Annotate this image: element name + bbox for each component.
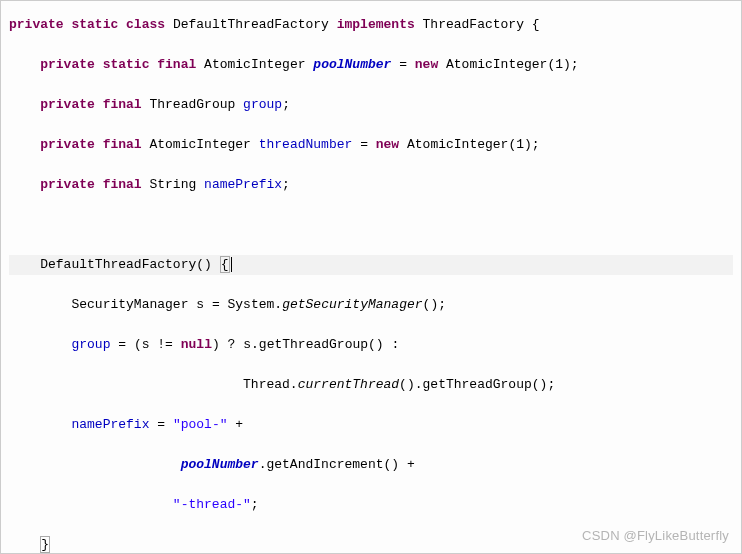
keyword-final: final xyxy=(157,57,196,72)
punct: ) xyxy=(212,337,220,352)
class-name: System xyxy=(228,297,275,312)
code-block: private static class DefaultThreadFactor… xyxy=(9,15,733,554)
code-line: private final ThreadGroup group; xyxy=(9,95,733,115)
keyword-final: final xyxy=(103,97,142,112)
punct: ) xyxy=(391,457,399,472)
var-s: s xyxy=(196,297,204,312)
keyword-private: private xyxy=(40,57,95,72)
brace-highlight: { xyxy=(220,256,230,273)
punct: ; xyxy=(282,97,290,112)
punct: : xyxy=(391,337,399,352)
var-s: s xyxy=(243,337,251,352)
keyword-static: static xyxy=(71,17,118,32)
class-name: String xyxy=(149,177,196,192)
punct: ; xyxy=(282,177,290,192)
field-poolNumber: poolNumber xyxy=(313,57,391,72)
code-line: private final AtomicInteger threadNumber… xyxy=(9,135,733,155)
punct: ( xyxy=(134,337,142,352)
punct: = xyxy=(212,297,220,312)
field-namePrefix: namePrefix xyxy=(204,177,282,192)
punct: . xyxy=(415,377,423,392)
number-literal: 1 xyxy=(516,137,524,152)
keyword-private: private xyxy=(9,17,64,32)
punct: ; xyxy=(547,377,555,392)
method-call: getAndIncrement xyxy=(266,457,383,472)
field-poolNumber: poolNumber xyxy=(181,457,259,472)
punct: ) xyxy=(524,137,532,152)
punct: ) xyxy=(204,257,212,272)
number-literal: 1 xyxy=(555,57,563,72)
punct: ) xyxy=(407,377,415,392)
punct: ; xyxy=(251,497,259,512)
class-name: Thread xyxy=(243,377,290,392)
punct: = xyxy=(399,57,407,72)
keyword-new: new xyxy=(415,57,438,72)
method-call: currentThread xyxy=(298,377,399,392)
punct: . xyxy=(251,337,259,352)
punct: ( xyxy=(399,377,407,392)
keyword-private: private xyxy=(40,137,95,152)
code-line-highlight: DefaultThreadFactory() { xyxy=(9,255,733,275)
keyword-private: private xyxy=(40,97,95,112)
punct: ; xyxy=(532,137,540,152)
punct: { xyxy=(532,17,540,32)
string-literal: "pool-" xyxy=(173,417,228,432)
keyword-null: null xyxy=(181,337,212,352)
keyword-static: static xyxy=(103,57,150,72)
keyword-new: new xyxy=(376,137,399,152)
code-line: private static final AtomicInteger poolN… xyxy=(9,55,733,75)
class-name: AtomicInteger xyxy=(446,57,547,72)
punct: ? xyxy=(228,337,236,352)
class-name: SecurityManager xyxy=(71,297,188,312)
punct: + xyxy=(407,457,415,472)
punct: ; xyxy=(438,297,446,312)
punct: + xyxy=(235,417,243,432)
code-line: poolNumber.getAndIncrement() + xyxy=(9,455,733,475)
punct: = xyxy=(118,337,126,352)
punct: = xyxy=(157,417,165,432)
code-line: namePrefix = "pool-" + xyxy=(9,415,733,435)
punct: ) xyxy=(563,57,571,72)
method-call: getThreadGroup xyxy=(259,337,368,352)
keyword-private: private xyxy=(40,177,95,192)
watermark-text: CSDN @FlyLikeButterfly xyxy=(582,528,729,543)
field-group: group xyxy=(243,97,282,112)
class-name: AtomicInteger xyxy=(204,57,305,72)
class-name: ThreadGroup xyxy=(149,97,235,112)
constructor-name: DefaultThreadFactory xyxy=(40,257,196,272)
class-name: AtomicInteger xyxy=(407,137,508,152)
field-namePrefix: namePrefix xyxy=(71,417,149,432)
punct: . xyxy=(290,377,298,392)
field-group: group xyxy=(71,337,110,352)
punct: ) xyxy=(376,337,384,352)
punct: . xyxy=(274,297,282,312)
keyword-class: class xyxy=(126,17,165,32)
var-s: s xyxy=(142,337,150,352)
keyword-final: final xyxy=(103,137,142,152)
code-line: "-thread-"; xyxy=(9,495,733,515)
code-line: group = (s != null) ? s.getThreadGroup()… xyxy=(9,335,733,355)
class-name: AtomicInteger xyxy=(149,137,250,152)
punct: ; xyxy=(571,57,579,72)
punct: ( xyxy=(368,337,376,352)
punct: ( xyxy=(532,377,540,392)
field-threadNumber: threadNumber xyxy=(259,137,353,152)
code-screenshot-frame: private static class DefaultThreadFactor… xyxy=(0,0,742,554)
code-line: Thread.currentThread().getThreadGroup(); xyxy=(9,375,733,395)
keyword-final: final xyxy=(103,177,142,192)
code-line: SecurityManager s = System.getSecurityMa… xyxy=(9,295,733,315)
method-call: getSecurityManager xyxy=(282,297,422,312)
class-name: ThreadFactory xyxy=(423,17,524,32)
class-name: DefaultThreadFactory xyxy=(173,17,329,32)
string-literal: "-thread-" xyxy=(173,497,251,512)
cursor-caret xyxy=(231,257,240,272)
method-call: getThreadGroup xyxy=(423,377,532,392)
punct: != xyxy=(157,337,173,352)
brace-highlight: } xyxy=(40,536,50,553)
code-line xyxy=(9,215,733,235)
code-line: private static class DefaultThreadFactor… xyxy=(9,15,733,35)
code-line: private final String namePrefix; xyxy=(9,175,733,195)
punct: = xyxy=(360,137,368,152)
punct: ( xyxy=(196,257,204,272)
keyword-implements: implements xyxy=(337,17,415,32)
